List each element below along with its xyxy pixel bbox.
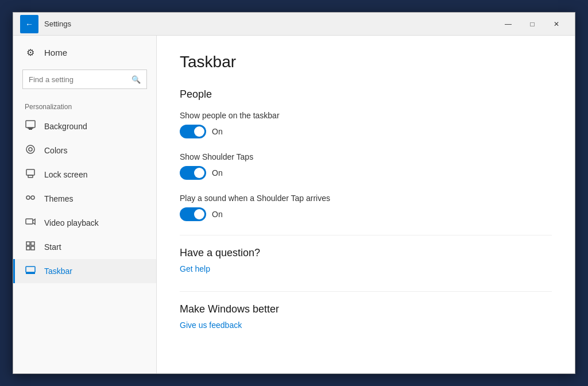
main-content: Taskbar People Show people on the taskba… [157, 36, 575, 373]
svg-rect-5 [26, 169, 34, 175]
toggle-row-show-people: On [180, 125, 552, 138]
better-section: Make Windows better Give us feedback [180, 303, 552, 330]
toggle-shoulder-taps-state: On [212, 168, 223, 177]
svg-rect-0 [26, 121, 35, 128]
sidebar-section-label: Personalization [13, 95, 156, 114]
svg-point-8 [31, 196, 34, 199]
sidebar-label-background: Background [44, 122, 87, 131]
sidebar-home-label: Home [44, 48, 67, 57]
svg-point-7 [26, 196, 30, 199]
sidebar-label-colors: Colors [44, 146, 67, 155]
sidebar-item-taskbar[interactable]: Taskbar [13, 259, 156, 283]
search-box: 🔍 [22, 70, 147, 89]
sidebar-item-lock-screen[interactable]: Lock screen [13, 163, 156, 187]
give-feedback-link[interactable]: Give us feedback [180, 321, 242, 330]
toggle-show-people-state: On [212, 127, 223, 136]
sidebar: ⚙ Home 🔍 Personalization Backg [13, 36, 157, 373]
background-icon [25, 120, 36, 133]
sidebar-item-video-playback[interactable]: Video playback [13, 211, 156, 235]
minimize-button[interactable]: — [497, 15, 520, 33]
page-title: Taskbar [180, 53, 552, 71]
window-controls: — □ ✕ [497, 15, 568, 33]
svg-rect-2 [29, 129, 32, 130]
maximize-button[interactable]: □ [521, 15, 544, 33]
sidebar-label-taskbar: Taskbar [44, 267, 72, 276]
content-area: ⚙ Home 🔍 Personalization Backg [13, 36, 575, 373]
setting-play-sound-label: Play a sound when a Shoulder Tap arrives [180, 194, 552, 203]
back-button[interactable]: ← [20, 15, 38, 33]
sidebar-item-themes[interactable]: Themes [13, 187, 156, 211]
back-icon: ← [25, 20, 33, 29]
svg-point-3 [26, 145, 34, 153]
get-help-link[interactable]: Get help [180, 264, 210, 273]
divider-1 [180, 235, 552, 236]
svg-rect-9 [26, 219, 33, 224]
video-playback-icon [25, 217, 36, 229]
search-container: 🔍 [13, 64, 156, 95]
sidebar-label-themes: Themes [44, 194, 74, 203]
close-button[interactable]: ✕ [545, 15, 568, 33]
start-icon [25, 241, 36, 253]
lock-screen-icon [25, 168, 36, 181]
better-title: Make Windows better [180, 303, 552, 315]
divider-2 [180, 291, 552, 292]
themes-icon [25, 192, 36, 205]
svg-rect-6 [28, 175, 33, 177]
question-section: Have a question? Get help [180, 247, 552, 274]
sidebar-label-video-playback: Video playback [44, 218, 99, 227]
toggle-show-people[interactable] [180, 125, 206, 138]
svg-rect-12 [26, 246, 30, 250]
toggle-row-play-sound: On [180, 207, 552, 221]
setting-shoulder-taps-label: Show Shoulder Taps [180, 152, 552, 161]
window-title: Settings [44, 20, 497, 28]
setting-show-people-label: Show people on the taskbar [180, 111, 552, 120]
search-input[interactable] [29, 75, 128, 84]
svg-rect-15 [26, 272, 35, 274]
sidebar-item-background[interactable]: Background [13, 114, 156, 138]
search-icon: 🔍 [131, 75, 141, 84]
taskbar-icon [25, 265, 36, 277]
sidebar-label-lock-screen: Lock screen [44, 170, 87, 179]
sidebar-item-colors[interactable]: Colors [13, 138, 156, 163]
people-section-title: People [180, 88, 552, 101]
question-title: Have a question? [180, 247, 552, 259]
sidebar-item-start[interactable]: Start [13, 235, 156, 259]
titlebar: ← Settings — □ ✕ [13, 13, 575, 36]
home-icon: ⚙ [25, 47, 36, 58]
setting-show-people: Show people on the taskbar On [180, 111, 552, 138]
toggle-play-sound[interactable] [180, 207, 206, 221]
svg-rect-10 [26, 242, 30, 245]
sidebar-item-home[interactable]: ⚙ Home [13, 41, 156, 64]
svg-point-4 [29, 148, 32, 151]
toggle-play-sound-state: On [212, 210, 223, 219]
setting-play-sound: Play a sound when a Shoulder Tap arrives… [180, 194, 552, 221]
colors-icon [25, 144, 36, 157]
svg-rect-11 [31, 242, 34, 245]
svg-rect-14 [26, 267, 35, 272]
setting-shoulder-taps: Show Shoulder Taps On [180, 152, 552, 180]
settings-window: ← Settings — □ ✕ ⚙ Home 🔍 Personalizatio… [13, 12, 575, 374]
sidebar-label-start: Start [44, 242, 61, 252]
svg-rect-1 [28, 128, 33, 129]
svg-rect-13 [31, 246, 34, 250]
toggle-row-shoulder-taps: On [180, 166, 552, 180]
toggle-shoulder-taps[interactable] [180, 166, 206, 180]
